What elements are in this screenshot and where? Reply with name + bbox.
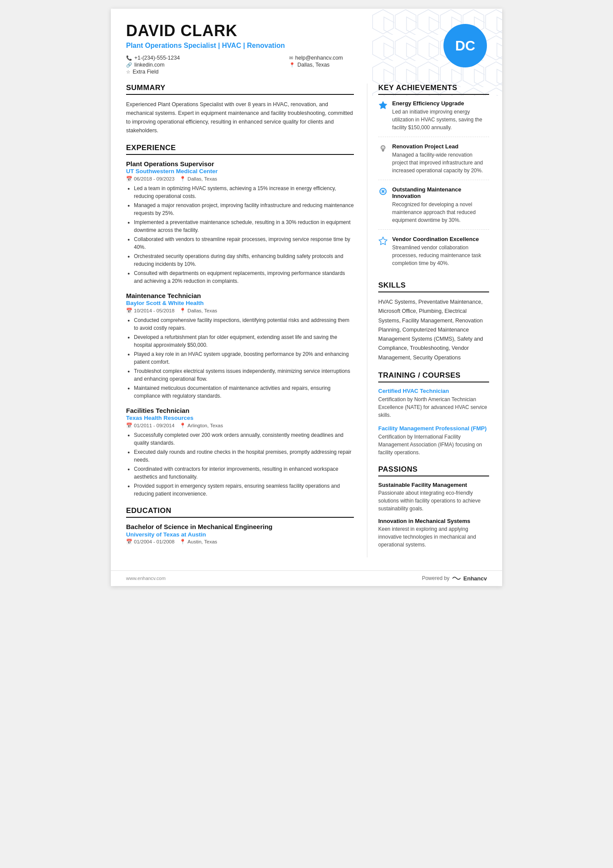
calendar-icon-2: 📅 [126, 308, 132, 314]
ach-1-title: Energy Efficiency Upgrade [392, 100, 489, 107]
ach-1-text: Led an initiative improving energy utili… [392, 108, 489, 131]
job-3-title: Facilities Technician [126, 407, 354, 414]
passion-2: Innovation in Mechanical Systems Keen in… [378, 518, 489, 549]
passion-1-text: Passionate about integrating eco-friendl… [378, 489, 489, 513]
job-3: Facilities Technician Texas Health Resou… [126, 407, 354, 498]
training-2: Facility Management Professional (FMP) C… [378, 425, 489, 456]
list-item: Managed a major renovation project, impr… [134, 201, 354, 217]
list-item: Coordinated with contractors for interio… [134, 465, 354, 481]
footer: www.enhancv.com Powered by Enhancv [111, 570, 502, 586]
phone-value: +1-(234)-555-1234 [134, 55, 180, 61]
email-icon: ✉ [289, 55, 293, 61]
pin-icon-edu: 📍 [180, 539, 186, 545]
brand-name: Enhancv [463, 575, 487, 582]
page-content: DAVID CLARK Plant Operations Specialist … [111, 9, 502, 586]
training-title: TRAINING / COURSES [378, 371, 489, 382]
calendar-icon-3: 📅 [126, 422, 132, 429]
summary-title: SUMMARY [126, 84, 354, 95]
wrench-icon [378, 187, 388, 196]
skills-text: HVAC Systems, Preventative Maintenance, … [378, 298, 489, 362]
job-1: Plant Operations Supervisor UT Southwest… [126, 160, 354, 285]
edu-meta: 📅 01/2004 - 01/2008 📍 Austin, Texas [126, 539, 354, 545]
summary-section: SUMMARY Experienced Plant Operations Spe… [126, 84, 354, 135]
passion-2-title: Innovation in Mechanical Systems [378, 518, 489, 524]
achievement-1: Energy Efficiency Upgrade Led an initiat… [378, 100, 489, 137]
achievements-title: KEY ACHIEVEMENTS [378, 84, 489, 95]
ach-3-title: Outstanding Maintenance Innovation [392, 186, 489, 199]
list-item: Collaborated with vendors to streamline … [134, 235, 354, 251]
footer-website: www.enhancv.com [126, 576, 166, 581]
star-small-icon: ☆ [126, 69, 130, 75]
list-item: Orchestrated security operations during … [134, 252, 354, 268]
list-item: Conducted comprehensive facility inspect… [134, 316, 354, 332]
passion-1: Sustainable Facility Management Passiona… [378, 482, 489, 513]
job-1-dates: 📅 06/2018 - 09/2023 [126, 176, 174, 182]
powered-by-text: Powered by [422, 575, 449, 581]
education-section: EDUCATION Bachelor of Science in Mechani… [126, 506, 354, 545]
achievements-section: KEY ACHIEVEMENTS Energy Efficiency Upgra… [378, 84, 489, 272]
training-1-text: Certification by North American Technici… [378, 395, 489, 419]
ach-2-content: Renovation Project Lead Managed a facili… [392, 143, 489, 174]
ach-4-title: Vendor Coordination Excellence [392, 236, 489, 242]
svg-marker-6 [379, 237, 387, 245]
ach-4-content: Vendor Coordination Excellence Streamlin… [392, 236, 489, 267]
contact-email: ✉ help@enhancv.com [289, 55, 443, 61]
skills-title: SKILLS [378, 281, 489, 292]
location-icon: 📍 [289, 62, 295, 68]
edu-dates: 📅 01/2004 - 01/2008 [126, 539, 174, 545]
ach-2-title: Renovation Project Lead [392, 143, 489, 150]
enhancv-logo-icon [452, 575, 461, 581]
avatar-initials: DC [455, 38, 475, 54]
job-1-company: UT Southwestern Medical Center [126, 168, 354, 174]
edu-school: University of Texas at Austin [126, 531, 354, 538]
passions-title: PASSIONS [378, 465, 489, 476]
star-blue-icon [378, 101, 388, 110]
svg-marker-3 [379, 101, 387, 109]
left-column: SUMMARY Experienced Plant Operations Spe… [111, 84, 367, 557]
main-layout: SUMMARY Experienced Plant Operations Spe… [111, 84, 502, 570]
contact-linkedin: 🔗 linkedin.com [126, 62, 280, 68]
header-left: DAVID CLARK Plant Operations Specialist … [126, 22, 443, 75]
job-2-bullets: Conducted comprehensive facility inspect… [126, 316, 354, 400]
job-2-dates: 📅 10/2014 - 05/2018 [126, 308, 174, 314]
job-3-location: 📍 Arlington, Texas [180, 422, 223, 429]
list-item: Successfully completed over 200 work ord… [134, 431, 354, 447]
candidate-title: Plant Operations Specialist | HVAC | Ren… [126, 42, 443, 50]
calendar-icon-1: 📅 [126, 176, 132, 182]
list-item: Played a key role in an HVAC system upgr… [134, 350, 354, 366]
list-item: Consulted with departments on equipment … [134, 269, 354, 285]
contact-phone: 📞 +1-(234)-555-1234 [126, 55, 280, 61]
linkedin-value: linkedin.com [134, 62, 164, 68]
passions-section: PASSIONS Sustainable Facility Management… [378, 465, 489, 549]
training-2-title: Facility Management Professional (FMP) [378, 425, 489, 432]
job-3-bullets: Successfully completed over 200 work ord… [126, 431, 354, 498]
job-1-location: 📍 Dallas, Texas [180, 176, 217, 182]
right-column: KEY ACHIEVEMENTS Energy Efficiency Upgra… [367, 84, 502, 557]
linkedin-icon: 🔗 [126, 62, 132, 68]
phone-icon: 📞 [126, 55, 132, 61]
job-1-title: Plant Operations Supervisor [126, 160, 354, 168]
ach-3-content: Outstanding Maintenance Innovation Recog… [392, 186, 489, 224]
list-item: Developed a refurbishment plan for older… [134, 333, 354, 349]
education-title: EDUCATION [126, 506, 354, 518]
calendar-icon-edu: 📅 [126, 539, 132, 545]
job-1-meta: 📅 06/2018 - 09/2023 📍 Dallas, Texas [126, 176, 354, 182]
skills-section: SKILLS HVAC Systems, Preventative Mainte… [378, 281, 489, 362]
pin-icon-3: 📍 [180, 422, 186, 429]
ach-3-text: Recognized for developing a novel mainte… [392, 201, 489, 224]
job-2-meta: 📅 10/2014 - 05/2018 📍 Dallas, Texas [126, 308, 354, 314]
training-section: TRAINING / COURSES Certified HVAC Techni… [378, 371, 489, 456]
job-2-company: Baylor Scott & White Health [126, 300, 354, 306]
star-outline-icon [378, 236, 388, 246]
resume-page: DAVID CLARK Plant Operations Specialist … [111, 9, 502, 586]
training-2-text: Certification by International Facility … [378, 433, 489, 456]
pin-icon-1: 📍 [180, 176, 186, 182]
list-item: Led a team in optimizing HVAC systems, a… [134, 184, 354, 200]
list-item: Maintained meticulous documentation of m… [134, 384, 354, 400]
pin-icon-2: 📍 [180, 308, 186, 314]
bulb-icon [378, 144, 388, 153]
avatar: DC [443, 24, 487, 67]
contact-location: 📍 Dallas, Texas [289, 62, 443, 68]
ach-4-text: Streamlined vendor collaboration process… [392, 244, 489, 267]
job-3-dates: 📅 01/2011 - 09/2014 [126, 422, 174, 429]
